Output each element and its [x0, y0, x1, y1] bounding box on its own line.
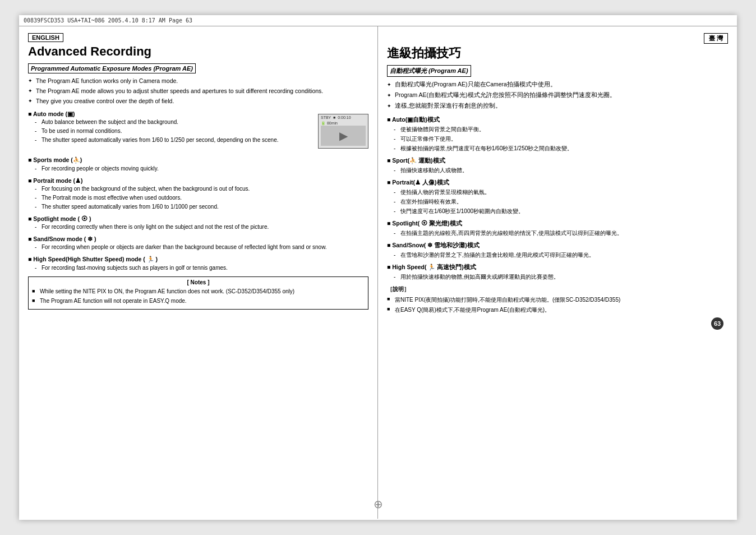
spotlight-sub-1: For recording correctly when there is on… [35, 223, 368, 231]
zh-auto-sub-2: 可以正常條件下使用。 [394, 135, 728, 143]
zh-notes-title: ［說明］ [387, 285, 728, 293]
zh-note-2: 在EASY Q(簡易)模式下,不能使用Program AE(自動程式曝光)。 [387, 306, 728, 314]
sandsnow-sub-1: For recording when people or objects are… [35, 243, 368, 251]
portrait-sub-2: The Portrait mode is most effective when… [35, 194, 368, 202]
portrait-sub-1: For focusing on the background of the su… [35, 185, 368, 193]
mode-sandsnow-en: Sand/Snow mode ( ❄ ) For recording when … [28, 236, 368, 251]
mode-sandsnow-sublist-en: For recording when people or objects are… [35, 243, 368, 251]
mode-spotlight-en: Spotlight mode ( ⦿ ) For recording corre… [28, 215, 368, 231]
notes-title-en: [ Notes ] [32, 279, 365, 285]
left-column: ENGLISH Advanced Recording Programmed Au… [19, 26, 378, 519]
zh-mode-sports-sublist: 拍攝快速移動的人或物體。 [394, 166, 728, 174]
page-number-badge: 63 [711, 317, 723, 330]
zh-notes-list: 當NITE PIX(夜間拍攝)功能打開時,不能使用自動程式曝光功能。(僅限SC-… [387, 296, 728, 314]
auto-sub-3: The shutter speed automatically varies f… [35, 136, 284, 144]
intro-bullet-2: The Program AE mode allows you to adjust… [28, 87, 368, 95]
mode-spotlight-sublist-en: For recording correctly when there is on… [35, 223, 368, 231]
mode-auto-title-en: Auto mode (▣) [28, 110, 284, 117]
note-en-2: The Program AE function will not operate… [32, 297, 365, 305]
page-title-en: Advanced Recording [28, 44, 368, 59]
zh-highspeed-sub-1: 用於拍攝快速移動的物體,例如高爾夫或網球運動員的比賽姿態。 [394, 273, 728, 281]
mode-highspeed-en: High Speed(High Shutter Speed) mode ( 🏃 … [28, 256, 368, 272]
mode-auto-sublist-en: Auto balance between the subject and the… [35, 118, 284, 144]
zh-mode-spotlight-sublist: 在拍攝主題的光線較亮,而四周背景的光線較暗的情況下,使用該模式可以得到正確的曝光… [394, 229, 728, 237]
intro-bullets-zh: 自動程式曝光(Program AE)只能在Camera拍攝模式中使用。 Prog… [387, 80, 728, 110]
intro-bullet-3: They give you creative control over the … [28, 97, 368, 105]
camera-preview: STBY ■ 0:00:10 🔋 80min ▶ [318, 114, 368, 149]
right-column: 臺 灣 進級拍攝技巧 自動程式曝光 (Program AE) 自動程式曝光(Pr… [378, 26, 737, 519]
zh-mode-auto: Auto(▣自動)模式 使被攝物體與背景之間自動平衡。 可以正常條件下使用。 根… [387, 116, 728, 153]
mode-portrait-sublist-en: For focusing on the background of the su… [35, 185, 368, 211]
zh-auto-sub-1: 使被攝物體與背景之間自動平衡。 [394, 125, 728, 133]
zh-portrait-sub-3: 快門速度可在1/60秒至1/1000秒範圍內自動改變。 [394, 207, 728, 215]
notes-list-en: While setting the NITE PIX to ON, the Pr… [32, 288, 365, 305]
zh-portrait-sub-1: 使拍攝人物的背景呈現模糊的氣氛。 [394, 188, 728, 196]
zh-mode-highspeed-title: High Speed( 🏃 高速快門)模式 [387, 264, 728, 271]
mode-sports-title-en: Sports mode (⛹) [28, 156, 368, 164]
zh-intro-bullet-2: Program AE(自動程式曝光)模式允許您按照不同的拍攝條件調整快門速度和光… [387, 91, 728, 100]
auto-sub-2: To be used in normal conditions. [35, 127, 284, 135]
note-en-1: While setting the NITE PIX to ON, the Pr… [32, 288, 365, 296]
sports-sub-1: For recording people or objects moving q… [35, 165, 368, 173]
page-title-zh: 進級拍攝技巧 [387, 46, 728, 61]
auto-sub-1: Auto balance between the subject and the… [35, 118, 284, 126]
bottom-row: 63 [387, 317, 728, 330]
zh-mode-spotlight-title: Spotlight( ⦿ 聚光燈)模式 [387, 220, 728, 228]
portrait-sub-3: The shutter speed automatically varies f… [35, 203, 368, 211]
content-area: ENGLISH Advanced Recording Programmed Au… [19, 26, 737, 519]
zh-mode-sports: Sport(⛹ 運動)模式 拍攝快速移動的人或物體。 [387, 157, 728, 174]
zh-mode-sports-title: Sport(⛹ 運動)模式 [387, 157, 728, 165]
mode-sports-en: Sports mode (⛹) For recording people or … [28, 156, 368, 173]
mode-auto-en: Auto mode (▣) Auto balance between the s… [28, 110, 284, 144]
zh-notes-section: ［說明］ 當NITE PIX(夜間拍攝)功能打開時,不能使用自動程式曝光功能。(… [387, 285, 728, 314]
section-header-zh: 自動程式曝光 (Program AE) [387, 65, 471, 77]
zh-mode-spotlight: Spotlight( ⦿ 聚光燈)模式 在拍攝主題的光線較亮,而四周背景的光線較… [387, 220, 728, 237]
zh-portrait-sub-2: 在室外拍攝時較有效果。 [394, 197, 728, 206]
language-badge-en: ENGLISH [28, 33, 63, 42]
zh-intro-bullet-1: 自動程式曝光(Program AE)只能在Camera拍攝模式中使用。 [387, 80, 728, 89]
notes-section-en: [ Notes ] While setting the NITE PIX to … [28, 276, 368, 310]
mode-sports-sublist-en: For recording people or objects moving q… [35, 165, 368, 173]
intro-bullet-1: The Program AE function works only in Ca… [28, 77, 368, 85]
section-header-en: Programmed Automatic Exposure Modes (Pro… [28, 63, 196, 73]
zh-sports-sub-1: 拍攝快速移動的人或物體。 [394, 166, 728, 174]
zh-mode-highspeed: High Speed( 🏃 高速快門)模式 用於拍攝快速移動的物體,例如高爾夫或… [387, 264, 728, 281]
mode-spotlight-title-en: Spotlight mode ( ⦿ ) [28, 215, 368, 222]
zh-auto-sub-3: 根據被拍攝的場景,快門速度可在每秒1/60秒至1/250秒之間自動改變。 [394, 144, 728, 153]
zh-mode-sandsnow-title: Sand/Snow( ❄ 雪地和沙灘)模式 [387, 242, 728, 250]
bottom-crosshair: ⊕ [374, 497, 383, 511]
file-info-text: 00839FSCD353 USA+TAI~086 2005.4.10 8:17 … [24, 17, 192, 24]
page-wrapper: 00839FSCD353 USA+TAI~086 2005.4.10 8:17 … [19, 15, 737, 520]
zh-sandsnow-sub-1: 在雪地和沙灘的背景之下,拍攝的主題會比較暗,使用此模式可得到正確的曝光。 [394, 251, 728, 259]
mode-portrait-title-en: Portrait mode (♟) [28, 177, 368, 184]
mode-highspeed-sublist-en: For recording fast-moving subjects such … [35, 264, 368, 272]
mode-portrait-en: Portrait mode (♟) For focusing on the ba… [28, 177, 368, 211]
zh-intro-bullet-3: 達樣,您就能對景深進行有創意的控制。 [387, 102, 728, 110]
zh-mode-auto-title: Auto(▣自動)模式 [387, 116, 728, 124]
highspeed-sub-1: For recording fast-moving subjects such … [35, 264, 368, 272]
mode-highspeed-title-en: High Speed(High Shutter Speed) mode ( 🏃 … [28, 256, 368, 263]
zh-mode-portrait-title: Portrait(♟ 人像)模式 [387, 179, 728, 187]
zh-mode-highspeed-sublist: 用於拍攝快速移動的物體,例如高爾夫或網球運動員的比賽姿態。 [394, 273, 728, 281]
zh-mode-auto-sublist: 使被攝物體與背景之間自動平衡。 可以正常條件下使用。 根據被拍攝的場景,快門速度… [394, 125, 728, 153]
zh-mode-portrait: Portrait(♟ 人像)模式 使拍攝人物的背景呈現模糊的氣氛。 在室外拍攝時… [387, 179, 728, 215]
mode-sandsnow-title-en: Sand/Snow mode ( ❄ ) [28, 236, 368, 242]
file-info-bar: 00839FSCD353 USA+TAI~086 2005.4.10 8:17 … [19, 15, 737, 26]
intro-bullets-en: The Program AE function works only in Ca… [28, 77, 368, 105]
zh-mode-sandsnow-sublist: 在雪地和沙灘的背景之下,拍攝的主題會比較暗,使用此模式可得到正確的曝光。 [394, 251, 728, 259]
zh-note-1: 當NITE PIX(夜間拍攝)功能打開時,不能使用自動程式曝光功能。(僅限SC-… [387, 296, 728, 304]
zh-spotlight-sub-1: 在拍攝主題的光線較亮,而四周背景的光線較暗的情況下,使用該模式可以得到正確的曝光… [394, 229, 728, 237]
zh-mode-sandsnow: Sand/Snow( ❄ 雪地和沙灘)模式 在雪地和沙灘的背景之下,拍攝的主題會… [387, 242, 728, 259]
zh-mode-portrait-sublist: 使拍攝人物的背景呈現模糊的氣氛。 在室外拍攝時較有效果。 快門速度可在1/60秒… [394, 188, 728, 215]
language-badge-zh: 臺 灣 [704, 33, 728, 44]
